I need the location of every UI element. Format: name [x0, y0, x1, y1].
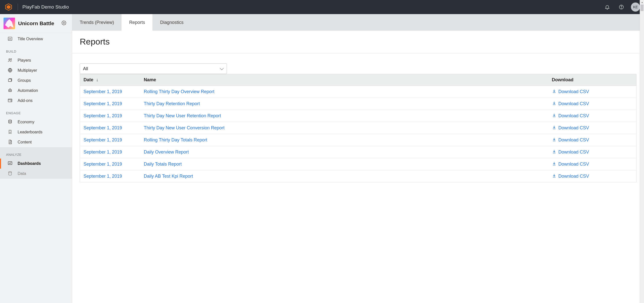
download-label: Download CSV [558, 137, 589, 143]
title-name[interactable]: Unicorn Battle [18, 20, 61, 26]
download-csv-link[interactable]: Download CSV [552, 149, 633, 155]
nav-automation[interactable]: Automation [0, 86, 72, 96]
nav-addons[interactable]: Add-ons [0, 96, 72, 106]
tab-trends[interactable]: Trends (Preview) [72, 14, 122, 31]
download-csv-link[interactable]: Download CSV [552, 137, 633, 143]
download-icon [552, 101, 556, 107]
nav-label: Groups [18, 78, 31, 83]
report-row: September 1, 2019Rolling Thirty Day Tota… [80, 134, 636, 146]
notifications-icon[interactable] [602, 2, 612, 12]
section-engage-label: ENGAGE [0, 106, 72, 117]
download-label: Download CSV [558, 162, 589, 167]
top-header: PlayFab Demo Studio KE [0, 0, 644, 14]
globe-icon [8, 68, 13, 73]
page-title: Reports [72, 31, 644, 53]
report-date-link[interactable]: September 1, 2019 [84, 89, 122, 94]
col-header-date[interactable]: Date ↓ [80, 74, 140, 86]
download-csv-link[interactable]: Download CSV [552, 89, 633, 95]
report-row: September 1, 2019Rolling Thirty Day Over… [80, 86, 636, 98]
download-csv-link[interactable]: Download CSV [552, 113, 633, 119]
data-icon [8, 171, 13, 176]
download-label: Download CSV [558, 149, 589, 155]
coins-icon [8, 119, 13, 125]
svg-point-4 [63, 22, 65, 24]
nav-economy[interactable]: Economy [0, 117, 72, 127]
svg-rect-13 [8, 99, 12, 102]
title-settings-gear-icon[interactable] [61, 20, 67, 26]
nav-label: Automation [18, 88, 38, 93]
section-analyze-label: ANALYZE [0, 147, 72, 159]
nav-label: Data [18, 171, 26, 176]
nav-players[interactable]: Players [0, 55, 72, 65]
download-label: Download CSV [558, 89, 589, 94]
nav-leaderboards[interactable]: Leaderboards [0, 127, 72, 137]
download-icon [552, 137, 556, 143]
svg-point-6 [9, 59, 10, 60]
tab-diagnostics[interactable]: Diagnostics [152, 14, 191, 31]
scroll-up-icon[interactable]: ▴ [640, 0, 644, 4]
svg-rect-5 [8, 37, 12, 40]
nav-data[interactable]: Data [0, 169, 72, 179]
nav-dashboards[interactable]: Dashboards [0, 159, 72, 169]
download-label: Download CSV [558, 113, 589, 119]
nav-label: Leaderboards [18, 130, 43, 134]
report-name-link[interactable]: Thirty Day New User Retention Report [144, 113, 221, 118]
svg-rect-9 [8, 79, 11, 82]
report-date-link[interactable]: September 1, 2019 [84, 137, 122, 142]
download-label: Download CSV [558, 101, 589, 106]
report-date-link[interactable]: September 1, 2019 [84, 162, 122, 167]
report-name-link[interactable]: Rolling Thirty Day Totals Report [144, 137, 207, 142]
nav-multiplayer[interactable]: Multiplayer [0, 65, 72, 75]
user-avatar[interactable]: KE [631, 3, 640, 12]
report-row: September 1, 2019Daily AB Test Kpi Repor… [80, 170, 636, 182]
col-header-download[interactable]: Download [548, 74, 636, 86]
download-csv-link[interactable]: Download CSV [552, 173, 633, 179]
title-icon [4, 18, 15, 29]
scroll-thumb[interactable] [640, 5, 643, 11]
filter-selected-value: All [83, 66, 88, 71]
playfab-logo-icon[interactable] [4, 3, 13, 12]
main-content: Trends (Preview) Reports Diagnostics Rep… [72, 14, 644, 303]
svg-marker-1 [7, 5, 11, 9]
report-name-link[interactable]: Daily AB Test Kpi Report [144, 174, 193, 179]
download-icon [552, 89, 556, 95]
report-date-link[interactable]: September 1, 2019 [84, 113, 122, 118]
nav-title-overview[interactable]: Title Overview [0, 34, 72, 44]
addons-icon [8, 98, 13, 103]
document-icon [8, 139, 13, 145]
nav-content[interactable]: Content [0, 137, 72, 147]
studio-name[interactable]: PlayFab Demo Studio [22, 4, 69, 10]
report-name-link[interactable]: Thirty Day New User Conversion Report [144, 125, 225, 130]
sort-desc-icon: ↓ [96, 77, 98, 82]
report-row: September 1, 2019Daily Totals ReportDown… [80, 158, 636, 170]
sidebar: Unicorn Battle Title Overview BUILD Play… [0, 14, 72, 303]
tab-bar: Trends (Preview) Reports Diagnostics [72, 14, 644, 31]
download-csv-link[interactable]: Download CSV [552, 161, 633, 167]
report-name-link[interactable]: Thirty Day Retention Report [144, 101, 200, 106]
title-header: Unicorn Battle [0, 14, 72, 33]
report-date-link[interactable]: September 1, 2019 [84, 174, 122, 179]
tab-reports[interactable]: Reports [122, 14, 152, 31]
nav-groups[interactable]: Groups [0, 75, 72, 86]
download-icon [552, 149, 556, 155]
download-csv-link[interactable]: Download CSV [552, 125, 633, 131]
nav-label: Economy [18, 120, 34, 124]
report-date-link[interactable]: September 1, 2019 [84, 149, 122, 155]
page-scrollbar[interactable]: ▴ [640, 0, 644, 303]
report-name-link[interactable]: Rolling Thirty Day Overview Report [144, 89, 215, 94]
svg-point-16 [9, 172, 12, 173]
report-date-link[interactable]: September 1, 2019 [84, 125, 122, 130]
report-filter-select[interactable]: All [80, 63, 227, 74]
report-name-link[interactable]: Daily Overview Report [144, 149, 189, 155]
header-divider [18, 4, 18, 11]
report-name-link[interactable]: Daily Totals Report [144, 162, 182, 167]
col-header-name[interactable]: Name [140, 74, 548, 86]
download-csv-link[interactable]: Download CSV [552, 101, 633, 107]
svg-point-14 [9, 120, 12, 121]
download-icon [552, 173, 556, 179]
help-icon[interactable] [616, 2, 626, 12]
report-date-link[interactable]: September 1, 2019 [84, 101, 122, 106]
download-icon [552, 125, 556, 131]
players-icon [8, 58, 13, 63]
nav-label: Players [18, 58, 31, 63]
